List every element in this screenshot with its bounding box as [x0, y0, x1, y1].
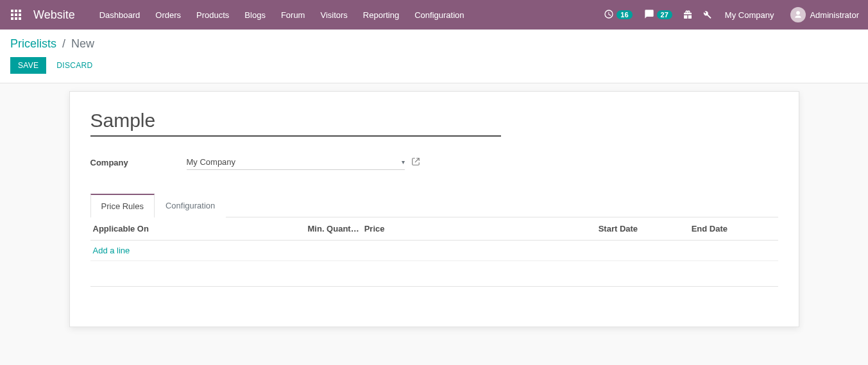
- nav-orders[interactable]: Orders: [149, 1, 187, 29]
- nav-forum[interactable]: Forum: [275, 1, 312, 29]
- company-field-label: Company: [90, 158, 187, 167]
- nav-reporting[interactable]: Reporting: [357, 1, 405, 29]
- form-sheet: Company My Company ▾ Price Rules Configu…: [69, 91, 799, 327]
- nav-right: 16 27 My Company Administrator: [601, 7, 863, 22]
- nav-blogs[interactable]: Blogs: [238, 1, 272, 29]
- activities-count: 16: [617, 10, 632, 19]
- app-brand[interactable]: Website: [33, 8, 75, 22]
- col-price[interactable]: Price: [362, 217, 596, 241]
- col-end-date[interactable]: End Date: [689, 217, 778, 241]
- control-panel: Pricelists / New SAVE DISCARD: [0, 30, 868, 83]
- company-field-row: Company My Company ▾: [90, 155, 778, 170]
- svg-rect-7: [15, 17, 17, 20]
- col-start-date[interactable]: Start Date: [596, 217, 689, 241]
- tools-icon[interactable]: [701, 8, 713, 21]
- nav-menu: Dashboard Orders Products Blogs Forum Vi…: [93, 1, 471, 29]
- tab-price-rules[interactable]: Price Rules: [90, 194, 155, 217]
- breadcrumb-root[interactable]: Pricelists: [10, 37, 56, 50]
- top-navbar: Website Dashboard Orders Products Blogs …: [0, 0, 868, 30]
- pricelist-name-input[interactable]: [90, 107, 501, 137]
- user-menu[interactable]: Administrator: [785, 7, 859, 22]
- svg-rect-1: [15, 10, 17, 12]
- nav-products[interactable]: Products: [190, 1, 235, 29]
- col-min-quantity[interactable]: Min. Quant…: [305, 217, 362, 241]
- chat-icon: [644, 9, 654, 21]
- svg-rect-0: [11, 10, 13, 12]
- breadcrumb-separator: /: [62, 37, 65, 50]
- apps-menu-icon[interactable]: [5, 0, 27, 30]
- svg-rect-2: [19, 10, 21, 12]
- user-name: Administrator: [810, 10, 859, 20]
- svg-rect-4: [15, 13, 17, 16]
- breadcrumb: Pricelists / New: [10, 37, 858, 51]
- breadcrumb-current: New: [71, 37, 94, 50]
- discard-button[interactable]: DISCARD: [51, 57, 98, 74]
- activities-button[interactable]: 16: [601, 9, 634, 21]
- nav-visitors[interactable]: Visitors: [314, 1, 353, 29]
- company-switcher[interactable]: My Company: [720, 10, 779, 20]
- gift-icon[interactable]: [681, 8, 694, 21]
- svg-rect-6: [11, 17, 13, 20]
- svg-rect-3: [11, 13, 13, 16]
- col-applicable-on[interactable]: Applicable On: [90, 217, 305, 241]
- external-link-icon[interactable]: [411, 157, 420, 168]
- chevron-down-icon: ▾: [402, 158, 405, 166]
- nav-configuration[interactable]: Configuration: [408, 1, 470, 29]
- price-rules-table: Applicable On Min. Quant… Price Start Da…: [90, 217, 778, 306]
- messages-button[interactable]: 27: [642, 9, 675, 21]
- clock-icon: [604, 9, 614, 21]
- svg-rect-8: [19, 17, 21, 20]
- tab-configuration[interactable]: Configuration: [155, 194, 226, 217]
- messages-count: 27: [657, 10, 672, 19]
- avatar-icon: [790, 7, 806, 22]
- nav-dashboard[interactable]: Dashboard: [93, 1, 147, 29]
- company-select-value: My Company: [187, 157, 236, 167]
- add-line-link[interactable]: Add a line: [93, 246, 130, 255]
- save-button[interactable]: SAVE: [10, 57, 46, 74]
- form-sheet-bg: Company My Company ▾ Price Rules Configu…: [0, 83, 868, 353]
- company-select[interactable]: My Company ▾: [187, 155, 405, 170]
- svg-rect-5: [19, 13, 21, 16]
- tabs: Price Rules Configuration: [90, 193, 778, 217]
